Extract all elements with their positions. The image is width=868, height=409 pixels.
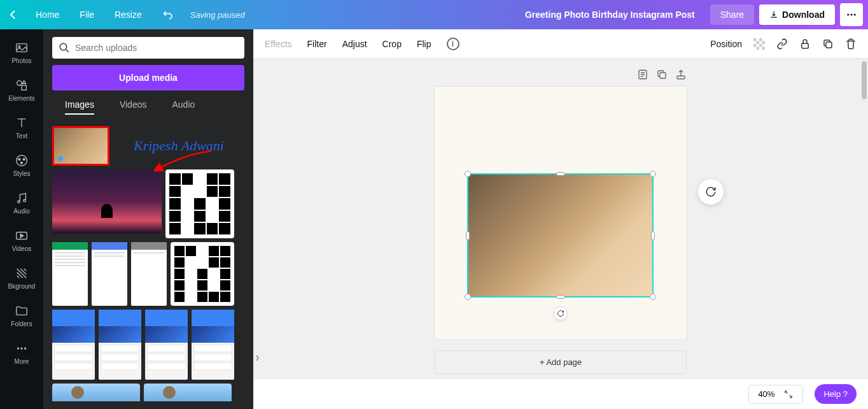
- canvas-expand-handle[interactable]: [255, 339, 262, 377]
- svg-rect-20: [759, 38, 762, 41]
- page-share-icon[interactable]: [675, 69, 687, 80]
- svg-point-12: [24, 199, 26, 202]
- svg-rect-21: [757, 41, 760, 44]
- resize-handle-l[interactable]: [466, 231, 470, 240]
- canvas-area: Effects Filter Adjust Crop Flip i Positi…: [253, 29, 868, 409]
- styles-icon: [15, 154, 29, 168]
- media-thumbnail[interactable]: [131, 242, 167, 306]
- svg-rect-25: [757, 47, 760, 50]
- resize-handle-tl[interactable]: [465, 171, 471, 177]
- page-duplicate-icon[interactable]: [656, 69, 668, 80]
- crop-button[interactable]: Crop: [382, 39, 402, 49]
- sidebar-item-more[interactable]: More: [0, 335, 43, 373]
- duplicate-icon[interactable]: [822, 38, 834, 50]
- rotate-handle[interactable]: [554, 306, 568, 320]
- uploads-panel: Upload media Images Videos Audio Kripesh…: [43, 29, 253, 409]
- upload-tabs: Images Videos Audio: [52, 99, 244, 120]
- sidebar-item-photos[interactable]: Photos: [0, 34, 43, 72]
- media-thumbnail[interactable]: [52, 242, 88, 306]
- left-sidebar: Photos Elements Text Styles Audio Videos…: [0, 29, 43, 409]
- document-title[interactable]: Greeting Photo Birthday Instagram Post: [525, 10, 695, 20]
- home-button[interactable]: Home: [31, 7, 64, 22]
- svg-rect-31: [677, 76, 685, 79]
- back-icon[interactable]: [5, 7, 20, 22]
- sidebar-item-text[interactable]: Text: [0, 110, 43, 147]
- transparency-icon[interactable]: [753, 38, 765, 50]
- resize-handle-bl[interactable]: [465, 294, 471, 300]
- canvas-wrapper[interactable]: + Add page: [253, 59, 868, 378]
- media-thumbnail[interactable]: [144, 384, 232, 401]
- lock-icon[interactable]: [799, 38, 811, 50]
- link-icon[interactable]: [776, 38, 788, 50]
- media-thumbnail[interactable]: [99, 310, 141, 380]
- resize-handle-b[interactable]: [556, 295, 565, 299]
- effects-button[interactable]: Effects: [265, 39, 292, 49]
- media-thumbnail[interactable]: [192, 310, 234, 380]
- main-layout: Photos Elements Text Styles Audio Videos…: [0, 29, 868, 409]
- position-button[interactable]: Position: [710, 39, 742, 49]
- svg-point-17: [60, 43, 67, 50]
- file-button[interactable]: File: [74, 7, 99, 22]
- share-button[interactable]: Share: [710, 4, 754, 25]
- selected-canvas-image[interactable]: [467, 173, 654, 298]
- help-button[interactable]: Help ?: [815, 384, 857, 404]
- media-thumbnail[interactable]: [145, 310, 188, 380]
- videos-icon: [15, 229, 29, 243]
- search-input-wrapper[interactable]: [52, 37, 244, 59]
- top-header: Home File Resize Saving paused Greeting …: [0, 0, 868, 29]
- canvas-page[interactable]: [435, 87, 687, 339]
- refresh-icon: [705, 186, 717, 197]
- resize-handle-tr[interactable]: [650, 171, 656, 177]
- flip-button[interactable]: Flip: [417, 39, 431, 49]
- media-grid: Kripesh Adwani: [52, 126, 244, 401]
- delete-icon[interactable]: [845, 38, 857, 50]
- add-page-button[interactable]: + Add page: [435, 350, 687, 374]
- resize-handle-r[interactable]: [651, 231, 655, 240]
- fullscreen-icon: [783, 389, 794, 399]
- context-toolbar: Effects Filter Adjust Crop Flip i Positi…: [253, 29, 868, 59]
- sidebar-item-videos[interactable]: Videos: [0, 222, 43, 260]
- svg-rect-28: [826, 42, 832, 48]
- svg-rect-24: [759, 44, 762, 47]
- resize-handle-br[interactable]: [650, 294, 656, 300]
- search-icon: [59, 42, 70, 54]
- media-thumbnail-selected[interactable]: [52, 126, 109, 166]
- svg-rect-22: [762, 41, 766, 44]
- tab-videos[interactable]: Videos: [120, 99, 147, 115]
- info-icon[interactable]: i: [447, 38, 459, 50]
- page-notes-icon[interactable]: [637, 69, 648, 80]
- text-icon: [15, 116, 29, 130]
- signature-thumbnail[interactable]: Kripesh Adwani: [113, 126, 244, 166]
- floating-action-button[interactable]: [698, 179, 724, 204]
- media-thumbnail[interactable]: [52, 169, 162, 233]
- svg-point-2: [854, 14, 856, 16]
- sidebar-item-styles[interactable]: Styles: [0, 147, 43, 185]
- sidebar-item-audio[interactable]: Audio: [0, 185, 43, 222]
- resize-button[interactable]: Resize: [109, 7, 147, 22]
- media-thumbnail-qr[interactable]: [165, 169, 234, 238]
- media-thumbnail[interactable]: [52, 384, 140, 401]
- more-options-button[interactable]: [840, 3, 863, 26]
- sidebar-item-background[interactable]: Bkground: [0, 260, 43, 298]
- svg-point-15: [20, 347, 22, 349]
- folders-icon: [15, 304, 29, 318]
- zoom-control[interactable]: 40%: [748, 385, 803, 404]
- resize-handle-t[interactable]: [556, 172, 565, 176]
- search-input[interactable]: [75, 43, 238, 53]
- adjust-button[interactable]: Adjust: [342, 39, 367, 49]
- media-thumbnail[interactable]: [52, 310, 95, 380]
- media-thumbnail-qr[interactable]: [171, 242, 234, 306]
- svg-rect-19: [753, 38, 757, 41]
- svg-rect-26: [762, 47, 766, 50]
- filter-button[interactable]: Filter: [307, 39, 327, 49]
- tab-images[interactable]: Images: [65, 99, 94, 115]
- download-button[interactable]: Download: [759, 4, 835, 25]
- sidebar-item-folders[interactable]: Folders: [0, 298, 43, 335]
- upload-media-button[interactable]: Upload media: [52, 65, 244, 90]
- sidebar-item-elements[interactable]: Elements: [0, 72, 43, 110]
- vertical-scrollbar[interactable]: [860, 59, 868, 378]
- saving-status: Saving paused: [190, 10, 245, 20]
- tab-audio[interactable]: Audio: [172, 99, 195, 115]
- media-thumbnail[interactable]: [92, 242, 127, 306]
- undo-icon[interactable]: [162, 8, 175, 21]
